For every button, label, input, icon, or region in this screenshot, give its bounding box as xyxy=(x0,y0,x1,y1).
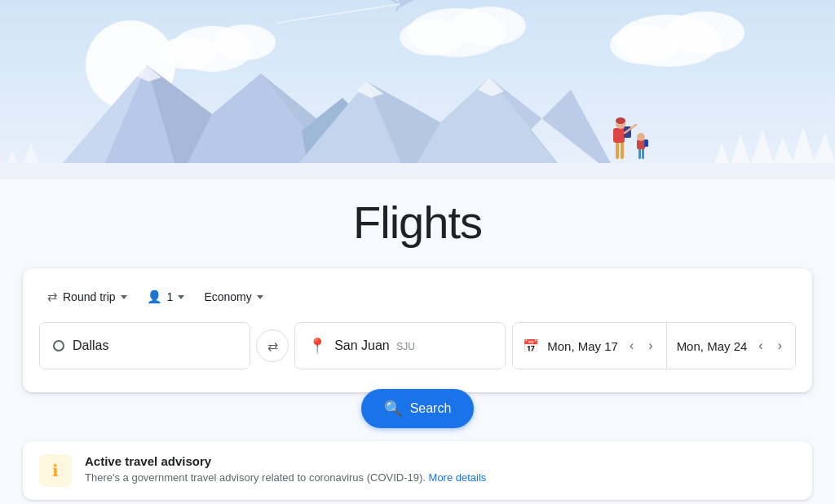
swap-icon: ⇄ xyxy=(267,338,278,354)
cabin-class-button[interactable]: Economy xyxy=(196,285,271,308)
destination-code: SJU xyxy=(396,341,415,352)
advisory-card: ℹ Active travel advisory There's a gover… xyxy=(23,441,812,500)
advisory-more-details-link[interactable]: More details xyxy=(429,471,487,484)
svg-point-45 xyxy=(637,133,645,141)
page-title-wrapper: Flights xyxy=(0,179,835,268)
advisory-icon-wrapper: ℹ xyxy=(39,454,72,487)
return-date-value: Mon, May 24 xyxy=(677,339,748,353)
advisory-title: Active travel advisory xyxy=(85,454,486,468)
svg-rect-37 xyxy=(613,128,625,143)
cabin-class-chevron xyxy=(257,295,263,299)
svg-point-3 xyxy=(214,24,276,60)
return-date-field[interactable]: Mon, May 24 ‹ › xyxy=(666,323,795,369)
trip-type-button[interactable]: ⇄ Round trip xyxy=(39,285,135,309)
destination-icon: 📍 xyxy=(308,337,326,355)
search-button-wrapper: 🔍 Search xyxy=(0,389,835,428)
advisory-text: There's a government travel advisory rel… xyxy=(85,471,486,484)
page-title: Flights xyxy=(0,196,835,249)
svg-point-4 xyxy=(159,37,216,69)
swap-airports-button[interactable]: ⇄ xyxy=(256,329,289,362)
calendar-icon: 📅 xyxy=(523,338,539,354)
round-trip-icon: ⇄ xyxy=(47,290,58,304)
advisory-warning-icon: ℹ xyxy=(52,461,59,480)
date-field-group: 📅 Mon, May 17 ‹ › Mon, May 24 ‹ › xyxy=(512,322,796,369)
depart-date-value: Mon, May 17 xyxy=(547,339,618,353)
origin-icon xyxy=(53,340,64,351)
svg-rect-35 xyxy=(616,141,619,159)
origin-value: Dallas xyxy=(73,338,108,353)
svg-rect-36 xyxy=(621,141,624,159)
svg-rect-34 xyxy=(0,163,835,179)
svg-rect-42 xyxy=(638,148,641,159)
depart-date-field[interactable]: 📅 Mon, May 17 ‹ › xyxy=(513,323,665,369)
depart-prev-button[interactable]: ‹ xyxy=(626,335,637,356)
cabin-class-label: Economy xyxy=(204,290,251,303)
search-button-label: Search xyxy=(410,401,452,416)
advisory-body-text: There's a government travel advisory rel… xyxy=(85,471,426,484)
svg-rect-46 xyxy=(644,139,648,147)
search-fields-row: Dallas ⇄ 📍 San Juan SJU 📅 Mon, May 17 ‹ xyxy=(39,322,796,369)
destination-input[interactable]: 📍 San Juan SJU xyxy=(295,323,505,369)
passengers-chevron xyxy=(178,295,184,299)
passengers-button[interactable]: 👤 1 xyxy=(139,285,193,309)
svg-point-40 xyxy=(616,117,625,124)
destination-value: San Juan SJU xyxy=(334,338,415,353)
passenger-icon: 👤 xyxy=(147,290,162,304)
svg-point-7 xyxy=(400,20,465,55)
destination-city: San Juan xyxy=(334,338,390,352)
hero-illustration xyxy=(0,0,835,179)
destination-field-group: 📍 San Juan SJU xyxy=(294,322,506,369)
svg-point-10 xyxy=(610,25,678,64)
search-button[interactable]: 🔍 Search xyxy=(361,389,475,428)
return-next-button[interactable]: › xyxy=(775,335,785,356)
search-icon: 🔍 xyxy=(384,400,402,418)
depart-next-button[interactable]: › xyxy=(645,335,656,356)
search-card: ⇄ Round trip 👤 1 Economy Dallas ⇄ xyxy=(23,268,812,392)
passengers-label: 1 xyxy=(167,290,174,303)
advisory-content: Active travel advisory There's a governm… xyxy=(85,454,486,484)
origin-field-group: Dallas xyxy=(39,322,250,369)
trip-type-label: Round trip xyxy=(63,290,116,303)
trip-type-chevron xyxy=(121,295,127,299)
return-prev-button[interactable]: ‹ xyxy=(755,335,766,356)
origin-input[interactable]: Dallas xyxy=(40,323,250,369)
trip-options-row: ⇄ Round trip 👤 1 Economy xyxy=(39,285,796,309)
svg-rect-43 xyxy=(642,148,644,159)
